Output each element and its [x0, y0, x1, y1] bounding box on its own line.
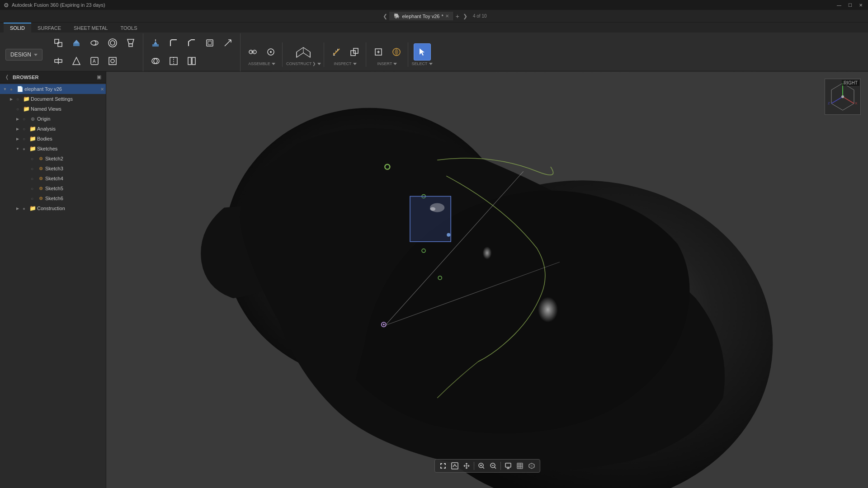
minimize-btn[interactable]: —: [835, 1, 843, 9]
construct-label[interactable]: CONSTRUCT ❯: [286, 61, 321, 66]
emboss-btn[interactable]: A: [86, 52, 103, 70]
sketch6-eye-icon[interactable]: ○: [29, 195, 35, 202]
rib-btn[interactable]: [50, 52, 67, 70]
home-view-btn[interactable]: [449, 460, 460, 471]
sketch2-toggle-icon[interactable]: ▶: [23, 155, 29, 162]
construction-eye-icon[interactable]: ●: [21, 205, 27, 211]
browser-menu-icon[interactable]: ▣: [95, 73, 103, 81]
origin-toggle-icon[interactable]: ▶: [14, 116, 21, 122]
sketches-eye-icon[interactable]: ●: [21, 145, 27, 152]
fillet-btn[interactable]: [165, 34, 182, 52]
tab-tools[interactable]: TOOLS: [114, 23, 143, 33]
view-cube-btn[interactable]: [526, 460, 537, 471]
construction-toggle-icon[interactable]: ▶: [14, 205, 21, 211]
zoom-out-btn[interactable]: [488, 460, 499, 471]
grid-btn[interactable]: [514, 460, 525, 471]
insert-derive-btn[interactable]: [370, 43, 387, 61]
bodies-toggle-icon[interactable]: ▶: [14, 136, 21, 142]
decal-btn[interactable]: [388, 43, 405, 61]
display-settings-btn[interactable]: [503, 460, 514, 471]
new-component-btn[interactable]: [50, 34, 67, 52]
origin-eye-icon[interactable]: ○: [21, 116, 27, 122]
fit-view-btn[interactable]: [438, 460, 448, 471]
sketch3-eye-icon[interactable]: ○: [29, 165, 35, 172]
new-tab-btn[interactable]: +: [454, 13, 461, 20]
tree-item-origin[interactable]: ▶ ○ ⊕ Origin: [0, 114, 106, 124]
page-counter: 4 of 10: [473, 14, 487, 19]
orientation-cube[interactable]: Y X Z RIGHT: [825, 79, 861, 115]
sketch3-toggle-icon[interactable]: ▶: [23, 165, 29, 172]
tree-item-bodies[interactable]: ▶ ○ 📁 Bodies: [0, 134, 106, 144]
doc-settings-toggle-icon[interactable]: ▶: [8, 96, 14, 102]
tree-item-doc-settings[interactable]: ▶ ○ 📁 Document Settings: [0, 94, 106, 104]
sketch5-toggle-icon[interactable]: ▶: [23, 185, 29, 192]
named-views-eye-icon[interactable]: ○: [14, 106, 21, 112]
tree-item-sketch6[interactable]: ▶ ○ ✡ Sketch6: [0, 193, 106, 203]
root-close-icon[interactable]: ✕: [100, 87, 104, 92]
combine-btn[interactable]: [147, 52, 164, 70]
sketch2-eye-icon[interactable]: ○: [29, 155, 35, 162]
revolve-btn[interactable]: [86, 34, 103, 52]
design-dropdown-btn[interactable]: DESIGN: [5, 49, 42, 61]
assemble-label[interactable]: ASSEMBLE: [248, 61, 275, 66]
bodies-eye-icon[interactable]: ○: [21, 136, 27, 142]
loft-btn[interactable]: [122, 34, 139, 52]
nav-next[interactable]: ❯: [461, 13, 469, 19]
tree-item-sketch5[interactable]: ▶ ○ ✡ Sketch5: [0, 183, 106, 193]
restore-btn[interactable]: ☐: [846, 1, 854, 9]
tree-item-sketch3[interactable]: ▶ ○ ✡ Sketch3: [0, 164, 106, 174]
sketch5-eye-icon[interactable]: ○: [29, 185, 35, 192]
root-toggle-icon[interactable]: ▼: [2, 86, 8, 92]
offset-plane-btn[interactable]: [292, 43, 315, 61]
doc-icon: 🐘: [394, 13, 400, 19]
split-face-btn[interactable]: [165, 52, 182, 70]
sketch4-toggle-icon[interactable]: ▶: [23, 175, 29, 182]
viewport-canvas[interactable]: [106, 71, 868, 488]
tab-solid[interactable]: SOLID: [4, 23, 31, 33]
viewport[interactable]: Y X Z RIGHT: [106, 71, 868, 488]
select-btn[interactable]: [414, 43, 431, 61]
sweep-btn[interactable]: [104, 34, 121, 52]
press-pull-btn[interactable]: [147, 34, 164, 52]
analysis-eye-icon[interactable]: ○: [21, 126, 27, 132]
tree-item-named-views[interactable]: ▶ ○ 📁 Named Views: [0, 104, 106, 114]
sketch6-toggle-icon[interactable]: ▶: [23, 195, 29, 202]
tree-item-analysis[interactable]: ▶ ○ 📁 Analysis: [0, 124, 106, 134]
measure-btn[interactable]: [328, 43, 345, 61]
shell-btn[interactable]: [201, 34, 218, 52]
browser-collapse-icon[interactable]: ❬: [3, 73, 11, 81]
nav-prev[interactable]: ❮: [381, 13, 389, 19]
doc-settings-eye-icon[interactable]: ○: [14, 96, 21, 102]
insert-label[interactable]: INSERT: [377, 61, 397, 66]
analysis-toggle-icon[interactable]: ▶: [14, 126, 21, 132]
doc-close-icon[interactable]: ✕: [445, 14, 449, 19]
pan-btn[interactable]: [461, 460, 472, 471]
tab-surface[interactable]: SURFACE: [31, 23, 67, 33]
select-label[interactable]: SELECT: [412, 61, 433, 66]
sketch4-eye-icon[interactable]: ○: [29, 175, 35, 182]
assemble-icons: [244, 43, 279, 61]
sketches-toggle-icon[interactable]: ▼: [14, 145, 21, 152]
close-btn[interactable]: ✕: [857, 1, 864, 9]
tree-item-construction[interactable]: ▶ ● 📁 Construction: [0, 203, 106, 213]
tab-sheet-metal[interactable]: SHEET METAL: [67, 23, 114, 33]
root-eye-icon[interactable]: ●: [8, 86, 14, 92]
named-views-toggle-icon[interactable]: ▶: [8, 106, 14, 112]
inspect-label[interactable]: INSPECT: [334, 61, 357, 66]
hole-btn[interactable]: [104, 52, 121, 70]
svg-line-78: [494, 467, 496, 469]
doc-tab[interactable]: 🐘 elephant Toy v26 * ✕: [389, 12, 453, 20]
zoom-in-btn[interactable]: [476, 460, 487, 471]
chamfer-btn[interactable]: [183, 34, 200, 52]
extrude-btn[interactable]: [68, 34, 85, 52]
web-btn[interactable]: [68, 52, 85, 70]
tree-item-root[interactable]: ▼ ● 📄 elephant Toy v26 ✕: [0, 84, 106, 94]
joint-origin-btn[interactable]: [262, 43, 279, 61]
new-joint-btn[interactable]: [244, 43, 261, 61]
tree-item-sketch2[interactable]: ▶ ○ ✡ Sketch2: [0, 154, 106, 164]
split-body-btn[interactable]: [183, 52, 200, 70]
tree-item-sketches[interactable]: ▼ ● 📁 Sketches: [0, 144, 106, 154]
tree-item-sketch4[interactable]: ▶ ○ ✡ Sketch4: [0, 174, 106, 183]
scale-btn[interactable]: [219, 34, 236, 52]
interference-btn[interactable]: [346, 43, 363, 61]
